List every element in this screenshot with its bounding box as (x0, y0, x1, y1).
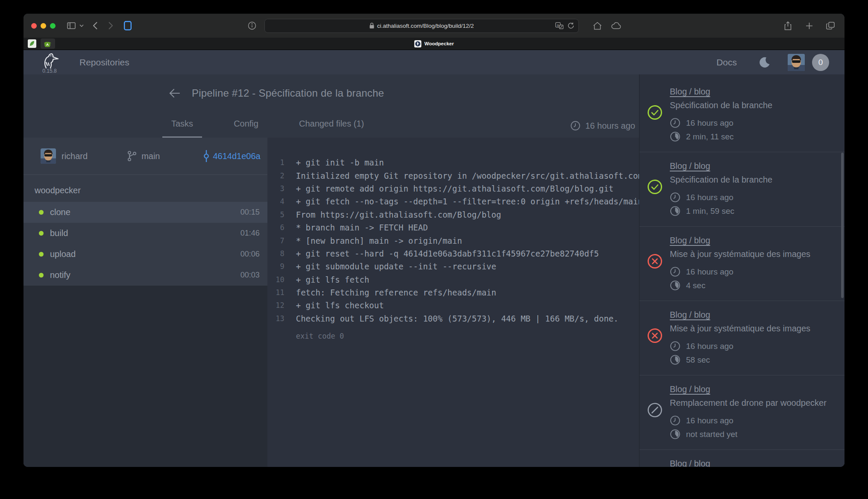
cloud-icon[interactable] (610, 19, 622, 32)
step-row-clone[interactable]: clone00:15 (23, 202, 267, 223)
nav-repositories[interactable]: Repositories (79, 57, 129, 68)
clock-icon (670, 341, 680, 351)
clock-icon (670, 415, 680, 426)
log-line-number: 5 (267, 210, 284, 219)
repo-link[interactable]: Blog / blog (670, 236, 710, 245)
minimize-window-button[interactable] (41, 23, 46, 29)
pipeline-header: Pipeline #12 - Spécification de la branc… (23, 74, 639, 138)
url-text: ci.athaliasoft.com/Blog/blog/build/12/2 (377, 23, 474, 29)
step-row-build[interactable]: build01:46 (23, 223, 267, 244)
pipeline-message: Mise à jour systématique des images (670, 249, 834, 259)
back-arrow-icon[interactable] (169, 89, 180, 98)
user-avatar[interactable] (788, 54, 805, 71)
new-tab-icon[interactable] (803, 19, 815, 32)
clock-icon (670, 118, 680, 128)
sidebar-scrollbar[interactable] (841, 153, 844, 298)
translate-icon[interactable]: a (555, 22, 563, 29)
log-line: 1+ git init -b main (267, 156, 639, 169)
reload-icon[interactable] (568, 22, 574, 29)
tab-config[interactable]: Config (225, 119, 267, 138)
repo-link[interactable]: Blog / blog (670, 87, 710, 97)
log-line-text: Initialized empty Git repository in /woo… (284, 171, 639, 180)
log-line-number: 9 (267, 262, 284, 271)
notification-badge[interactable]: 0 (812, 54, 829, 71)
chevron-down-icon[interactable] (78, 19, 85, 32)
log-line-number: 13 (267, 314, 284, 323)
step-name: clone (50, 207, 70, 217)
back-button[interactable] (89, 19, 102, 32)
status-failure-icon (647, 328, 663, 343)
active-tab[interactable]: Woodpecker (414, 38, 454, 50)
pipeline-card[interactable]: Blog / blogMise à jour systématique des … (639, 227, 845, 301)
log-line: 6* branch main -> FETCH_HEAD (267, 221, 639, 234)
log-line-number: 12 (267, 301, 284, 310)
start-page-icon[interactable] (121, 19, 134, 32)
pinned-tab-leaf[interactable] (25, 38, 39, 49)
repo-link[interactable]: Blog / blog (670, 384, 710, 394)
duration-icon (670, 131, 680, 142)
pipeline-message: Spécification de la branche (670, 100, 834, 110)
clock-icon (670, 266, 680, 277)
zoom-window-button[interactable] (50, 23, 56, 29)
pipeline-card[interactable]: Blog / blogSpécification de la branche16… (639, 78, 845, 152)
log-line: 3+ git remote add origin https://git.ath… (267, 182, 639, 195)
desktop-background: ci.athaliasoft.com/Blog/blog/build/12/2 … (0, 0, 868, 499)
pipeline-message: Remplacement de drone par woodpecker (670, 398, 834, 408)
repo-link[interactable]: Blog / blog (670, 310, 710, 320)
svg-text:a: a (557, 23, 559, 27)
log-line-text: + git reset --hard -q 4614d1e06a3dabf311… (284, 249, 599, 258)
tab-tasks[interactable]: Tasks (162, 119, 202, 138)
log-line-text: + git fetch --no-tags --depth=1 --filter… (284, 197, 639, 206)
log-line-text: + git submodule update --init --recursiv… (284, 262, 496, 271)
sidebar-toggle-icon[interactable] (65, 19, 78, 32)
lock-icon (369, 23, 374, 29)
duration-icon (670, 354, 680, 365)
log-line-text: From https://git.athaliasoft.com/Blog/bl… (284, 210, 501, 219)
forward-button[interactable] (104, 19, 117, 32)
log-lines: 1+ git init -b main2Initialized empty Gi… (267, 156, 639, 325)
log-line: 8+ git reset --hard -q 4614d1e06a3dabf31… (267, 247, 639, 260)
step-row-notify[interactable]: notify00:03 (23, 265, 267, 286)
log-line: 5From https://git.athaliasoft.com/Blog/b… (267, 208, 639, 221)
step-status-dot (39, 273, 44, 278)
duration-icon (670, 206, 680, 216)
step-status-dot (39, 252, 44, 257)
woodpecker-favicon (414, 40, 422, 47)
commit-hash-link[interactable]: 4614d1e06a (213, 151, 261, 161)
close-window-button[interactable] (31, 23, 37, 29)
step-status-dot (39, 210, 44, 215)
clock-icon (570, 121, 581, 131)
address-bar[interactable]: ci.athaliasoft.com/Blog/blog/build/12/2 … (264, 19, 579, 33)
reader-info-icon[interactable] (246, 19, 258, 32)
pipeline-card[interactable]: Blog / blogMise à jour systématique des … (639, 301, 845, 375)
repo-link[interactable]: Blog / blog (670, 459, 710, 467)
dark-mode-toggle-moon-icon[interactable] (759, 56, 771, 68)
pipeline-card[interactable]: Blog / blogRemplacement de drone par woo… (639, 450, 845, 467)
pipeline-card[interactable]: Blog / blogSpécification de la branche16… (639, 152, 845, 227)
share-icon[interactable] (781, 19, 794, 32)
repo-link[interactable]: Blog / blog (670, 161, 710, 171)
steps-list: clone00:15build01:46upload00:06notify00:… (23, 202, 267, 286)
log-line-number: 8 (267, 249, 284, 258)
woodpecker-logo[interactable]: 0.15.8 (38, 53, 62, 74)
docs-link[interactable]: Docs (716, 57, 737, 68)
pipeline-title: Pipeline #12 - Spécification de la branc… (192, 87, 384, 99)
status-success-icon (647, 179, 663, 195)
log-line-text: fetch: Fetching reference refs/heads/mai… (284, 288, 496, 297)
pinned-tab-gitea[interactable] (41, 38, 55, 49)
pipeline-card[interactable]: Blog / blogRemplacement de drone par woo… (639, 375, 845, 450)
version-label: 0.15.8 (42, 68, 56, 74)
log-line-text: + git lfs fetch (284, 275, 369, 284)
log-line-text: Checking out LFS objects: 100% (573/573)… (284, 314, 619, 323)
tab-overview-icon[interactable] (824, 19, 837, 32)
log-line: 4+ git fetch --no-tags --depth=1 --filte… (267, 195, 639, 208)
pipeline-duration: not started yet (670, 429, 834, 440)
step-row-upload[interactable]: upload00:06 (23, 244, 267, 265)
log-line-text: * branch main -> FETCH_HEAD (284, 223, 428, 232)
tab-changed-files[interactable]: Changed files (1) (290, 119, 373, 138)
log-line: 13Checking out LFS objects: 100% (573/57… (267, 312, 639, 325)
step-duration: 00:06 (240, 250, 260, 259)
log-panel: 1+ git init -b main2Initialized empty Gi… (267, 138, 639, 467)
home-icon[interactable] (591, 19, 604, 32)
status-success-icon (647, 105, 663, 120)
